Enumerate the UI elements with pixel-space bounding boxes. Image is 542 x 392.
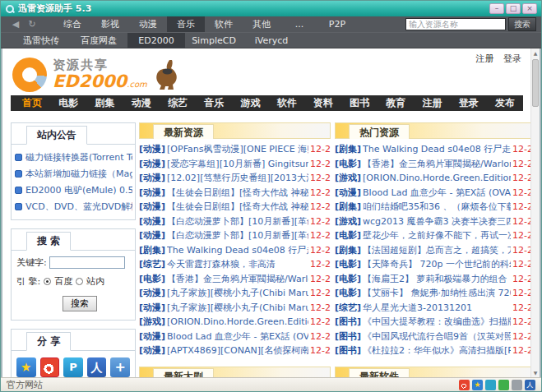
register-link[interactable]: 注册 [476, 53, 494, 64]
source-tab[interactable]: SimpleCD [185, 33, 243, 48]
engine-option-baidu[interactable]: 百度 [54, 275, 72, 288]
resource-title-link[interactable]: 《中国风现代流行合唱9首（汉英对照）》 [363, 330, 511, 343]
resource-row[interactable]: [电影] 【艾丽卡】 詹妮弗·加纳性感出演 720p 12-2 [335, 286, 533, 301]
resource-row[interactable]: [动漫] Blood Lad 血意少年 - 第EX話 (OVA) (BD 7 1… [335, 186, 533, 201]
resource-title-link[interactable]: 【生徒会日剧组】[怪奇大作战 神秘档案][0 [167, 201, 308, 213]
resource-title-link[interactable]: The Walking Dead s04e08 行尸走肉第四季 [167, 244, 308, 256]
baidu-icon[interactable] [485, 380, 496, 390]
qzone-icon[interactable]: ★ [472, 380, 483, 390]
source-tab[interactable]: 百度网盘 [70, 33, 127, 48]
resource-title-link[interactable]: [APTX4869][CONAN][名侦探柯南 700 逼近 [167, 344, 308, 357]
resource-title-link[interactable]: 【白恋动漫萝卜部】[10月新番][革命机Valvr [167, 215, 308, 228]
qzone-icon[interactable]: ★ [16, 357, 36, 377]
resource-title-link[interactable]: [12.02][笃慧行历史番组][2013大河剧][八重 [167, 172, 308, 184]
maximize-button[interactable]: □ [506, 3, 521, 14]
category-tab[interactable]: 软件 [205, 16, 243, 32]
announcement-link[interactable]: VCD、DVD、蓝光DVD解析度... [15, 198, 132, 214]
refresh-icon[interactable]: ↻ [24, 16, 40, 32]
site-nav-item[interactable]: 综艺 [160, 96, 196, 110]
site-nav-item[interactable]: 注册 [414, 96, 450, 110]
more-share-icon[interactable] [512, 380, 522, 390]
resource-row[interactable]: [电影] 【香港】金三角鸦片軍閥揭秘/Warlords of t 12-2 [335, 157, 533, 172]
weibo-icon[interactable] [459, 380, 470, 390]
resource-row[interactable]: [图书] 《杜拉拉2：华年似水》高清扫描版[PDF] 12-2 [335, 344, 533, 358]
resource-title-link[interactable]: 【香港】金三角鸦片軍閥揭秘/Warlords of t [363, 158, 511, 170]
resource-title-link[interactable]: 今天雷霆打森林狼，非高清 [167, 258, 308, 270]
resource-title-link[interactable]: 华人星光大道3-20131201 [363, 302, 511, 314]
resource-title-link[interactable]: [ORION.Dino.Horde.Green.Edition-ALI213] [167, 316, 308, 327]
resource-title-link[interactable]: 壁花少年，之前好像不能下，再试一次，sor [363, 229, 511, 242]
resource-title-link[interactable]: 【香港】金三角鸦片軍閥揭秘/Warlords of t [167, 273, 308, 285]
site-nav-item[interactable]: 首页 [14, 96, 50, 110]
announcement-link[interactable]: 磁力链接转换器(Torrent To Mag... [15, 149, 132, 165]
resource-row[interactable]: [动漫] [OPFans枫雪动漫][ONE PIECE 海贼王][第 12-2 [139, 142, 331, 157]
resource-title-link[interactable]: 《中国大提琴教程：改编曲选》扫描版[PDF] [363, 316, 511, 328]
resource-row[interactable]: [动漫] 【生徒会日剧组】[怪奇大作战 神秘档案][0 12-2 [139, 200, 331, 214]
site-nav-item[interactable]: 教育 [378, 96, 414, 110]
site-nav-item[interactable]: 电影 [50, 96, 86, 110]
resource-title-link[interactable]: Blood Lad 血意少年 - 第EX話 (OVA) (BD 7 [363, 187, 511, 199]
category-tab[interactable]: 影视 [91, 16, 129, 32]
site-search-button[interactable]: 搜索 [63, 296, 97, 311]
engine-option-site[interactable]: 站内 [86, 275, 104, 288]
resource-row[interactable]: [动漫] 【白恋动漫萝卜部】[10月新番][革命机Valvr 12-2 [139, 228, 331, 243]
resource-row[interactable]: [游戏] [ORION.Dino.Horde.Green.Edition-ALI… [335, 171, 533, 186]
resource-title-link[interactable]: 【海扁王2】 萝莉和极端暴力的组合 [363, 273, 511, 285]
resource-title-link[interactable]: 【生徒会日剧组】[怪奇大作战 神秘档案][0 [167, 187, 308, 199]
resource-row[interactable]: [图书] 《中国风现代流行合唱9首（汉英对照）》 12-2 [335, 330, 533, 344]
resource-row[interactable]: [动漫] 【生徒会日剧组】[怪奇大作战 神秘档案][0 12-2 [139, 186, 331, 201]
resource-search-button[interactable]: 搜索 [508, 17, 536, 31]
douban-icon[interactable] [498, 380, 509, 390]
close-button[interactable]: × [522, 3, 537, 14]
site-nav-item[interactable]: 软件 [269, 96, 305, 110]
resource-title-link[interactable]: 【白恋动漫萝卜部】[10月新番][革命机Valvr [167, 229, 308, 242]
resource-row[interactable]: [剧集] 咱们结婚吧35和36 、（麻烦各位下载留种） 12-2 [335, 200, 533, 214]
resource-title-link[interactable]: Blood Lad 血意少年 - 第EX話 (OVA) (BD 7 [167, 330, 308, 343]
login-link[interactable]: 登录 [503, 53, 521, 64]
resource-row[interactable]: [综艺] 今天雷霆打森林狼，非高清 12-2 [139, 257, 331, 272]
resource-row[interactable]: [电影] 壁花少年，之前好像不能下，再试一次，sor 12-2 [335, 228, 533, 243]
site-nav-item[interactable]: 动漫 [123, 96, 160, 110]
category-tab[interactable]: 其他 [243, 16, 280, 32]
source-tab[interactable]: ED2000 [127, 33, 185, 48]
category-tab[interactable]: P2P [318, 16, 356, 32]
resource-row[interactable]: [剧集] The Walking Dead s04e08 行尸走肉第四季 12-… [335, 142, 533, 157]
renren-icon[interactable]: 人 [87, 357, 107, 377]
resource-row[interactable]: [动漫] [APTX4869][CONAN][名侦探柯南 700 逼近 12-2 [139, 344, 331, 358]
keyword-input[interactable] [49, 256, 125, 269]
resource-title-link[interactable]: [丸子家族][樱桃小丸子(Chibi Maruko Chan)] [167, 302, 308, 314]
resource-title-link[interactable]: [丸子家族][樱桃小丸子(Chibi Maruko Chan)] [167, 287, 308, 299]
site-nav-item[interactable]: 音乐 [196, 96, 232, 110]
resource-title-link[interactable]: 【天降奇兵】 720p 一个世纪前的科幻狂想曲 [363, 258, 511, 270]
renren-icon[interactable]: 人 [525, 380, 535, 390]
resource-row[interactable]: [动漫] 【白恋动漫萝卜部】[10月新番][革命机Valvr 12-2 [139, 214, 331, 229]
site-nav-item[interactable]: 图书 [341, 96, 378, 110]
more-share-icon[interactable]: + [110, 357, 130, 377]
weibo-icon[interactable] [40, 357, 60, 377]
site-nav-item[interactable]: 发布 [487, 96, 523, 110]
source-tab[interactable]: 迅雷快传 [12, 33, 70, 48]
resource-row[interactable]: [动漫] [12.02][笃慧行历史番组][2013大河剧][八重 12-2 [139, 171, 331, 186]
resource-row[interactable]: [图书] 《中国大提琴教程：改编曲选》扫描版[PDF] 12-2 [335, 315, 533, 330]
back-icon[interactable]: ◀ [7, 16, 24, 32]
site-nav-item[interactable]: 资料 [305, 96, 341, 110]
category-tab[interactable]: 综合 [53, 16, 91, 32]
source-tab[interactable]: iVerycd [243, 33, 300, 48]
category-tab[interactable]: 音乐 [167, 16, 205, 32]
site-nav-item[interactable]: 游戏 [232, 96, 268, 110]
resource-title-link[interactable]: 咱们结婚吧35和36 、（麻烦各位下载留种） [363, 201, 511, 213]
engine-radio-baidu[interactable] [44, 278, 51, 285]
resource-row[interactable]: [动漫] [爱恋字幕组][10月新番] Gingitsune 银狐 第 12-2 [139, 157, 331, 172]
resource-row[interactable]: [动漫] [丸子家族][樱桃小丸子(Chibi Maruko Chan)] 12… [139, 286, 331, 301]
scroll-up-icon[interactable]: ▲ [531, 48, 540, 58]
resource-title-link[interactable]: [OPFans枫雪动漫][ONE PIECE 海贼王][第 [167, 143, 308, 155]
resource-row[interactable]: [游戏] wcg2013 魔兽争霸3 决赛半决赛三四名比赛 12-2 [335, 214, 533, 229]
category-tab[interactable]: ... [280, 16, 318, 32]
resource-row[interactable]: [动漫] [丸子家族][樱桃小丸子(Chibi Maruko Chan)] 12… [139, 301, 331, 316]
vertical-scrollbar[interactable]: ▲ ▼ [530, 48, 540, 377]
resource-row[interactable]: [剧集] The Walking Dead s04e08 行尸走肉第四季 12-… [139, 243, 331, 258]
baidu-icon[interactable]: P [63, 357, 83, 377]
resource-search-input[interactable] [405, 18, 506, 30]
category-tab[interactable]: 动漫 [129, 16, 167, 32]
resource-row[interactable]: [电影] 【香港】金三角鸦片軍閥揭秘/Warlords of t 12-2 [139, 272, 331, 287]
